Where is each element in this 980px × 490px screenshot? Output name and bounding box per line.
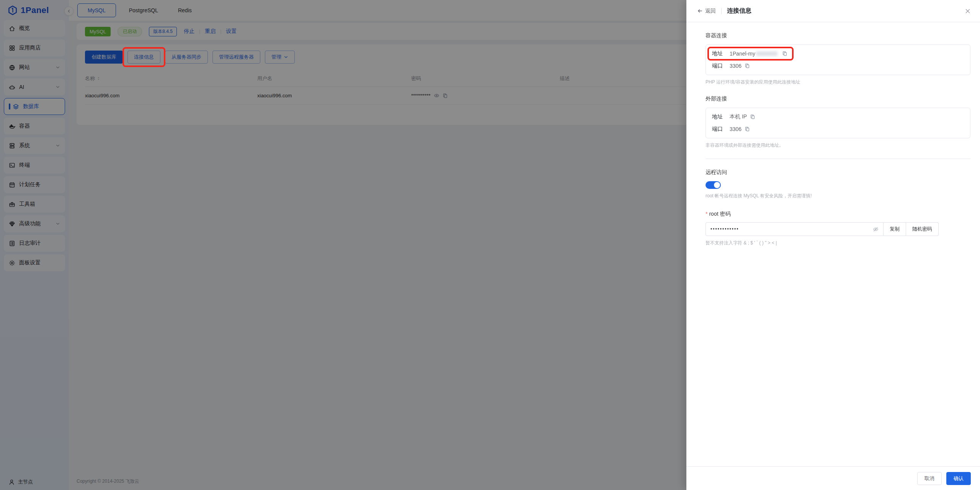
drawer-header: 返回 连接信息 <box>686 0 980 22</box>
drawer-title: 连接信息 <box>727 7 751 15</box>
redacted-address-blur <box>756 51 777 56</box>
address-label: 地址 <box>712 113 723 120</box>
external-address-value: 本机 IP <box>730 113 747 120</box>
drawer-body: 容器连接 地址 1Panel-my 端口 3306 <box>686 22 980 246</box>
remote-access-hint: root 帐号远程连接 MySQL 有安全风险，开启需谨慎! <box>706 193 970 199</box>
container-connection-title: 容器连接 <box>706 32 970 39</box>
address-label: 地址 <box>712 50 723 57</box>
external-connection-title: 外部连接 <box>706 95 970 102</box>
header-divider <box>721 8 722 14</box>
root-password-group: 复制 随机密码 <box>706 222 939 236</box>
required-asterisk: * <box>706 211 707 217</box>
back-button[interactable]: 返回 <box>697 8 716 15</box>
external-connection-hint: 非容器环境或外部连接需使用此地址。 <box>706 142 970 149</box>
port-label: 端口 <box>712 62 723 69</box>
eye-off-icon[interactable] <box>873 226 879 232</box>
root-password-text: root 密码 <box>709 211 730 217</box>
cancel-button[interactable]: 取消 <box>917 472 942 485</box>
password-hint: 暂不支持注入字符 & ; $ ' ` ( ) " > < | <box>706 240 970 246</box>
section-divider <box>706 159 970 159</box>
annotation-box-address: 地址 1Panel-my <box>712 50 787 57</box>
copy-icon[interactable] <box>745 126 750 132</box>
root-password-label: *root 密码 <box>706 211 970 218</box>
container-connection-hint: PHP 运行环境/容器安装的应用使用此连接地址 <box>706 79 970 85</box>
external-connection-card: 地址 本机 IP 端口 3306 <box>706 108 970 138</box>
copy-icon[interactable] <box>745 63 750 69</box>
random-password-button[interactable]: 随机密码 <box>906 222 939 236</box>
container-port-value: 3306 <box>730 63 742 69</box>
remote-access-toggle[interactable] <box>706 181 721 189</box>
external-port-row: 端口 3306 <box>712 126 750 133</box>
port-label: 端口 <box>712 126 723 133</box>
remote-access-section: 远程访问 root 帐号远程连接 MySQL 有安全风险，开启需谨慎! <box>706 169 970 199</box>
toggle-knob <box>714 182 720 188</box>
container-address-row: 地址 1Panel-my <box>712 50 787 57</box>
container-connection-section: 容器连接 地址 1Panel-my 端口 3306 <box>706 32 970 85</box>
copy-password-button[interactable]: 复制 <box>884 222 906 236</box>
container-connection-card: 地址 1Panel-my 端口 3306 <box>706 44 970 75</box>
external-port-value: 3306 <box>730 126 742 132</box>
close-icon[interactable] <box>965 8 971 14</box>
drawer-footer: 取消 确认 <box>686 466 980 490</box>
connection-info-drawer: 返回 连接信息 容器连接 地址 1Panel-my <box>686 0 980 490</box>
copy-icon[interactable] <box>750 114 755 120</box>
remote-access-title: 远程访问 <box>706 169 970 176</box>
container-port-row: 端口 3306 <box>712 62 750 69</box>
copy-icon[interactable] <box>782 51 787 56</box>
root-password-input-wrap <box>706 222 884 236</box>
root-password-section: *root 密码 复制 随机密码 暂不支持注入字符 & ; $ ' ` ( ) … <box>706 211 970 246</box>
confirm-button[interactable]: 确认 <box>946 472 971 485</box>
external-connection-section: 外部连接 地址 本机 IP 端口 3306 非容器环 <box>706 95 970 149</box>
arrow-left-icon <box>697 8 703 14</box>
external-address-row: 地址 本机 IP <box>712 113 755 120</box>
container-address-value: 1Panel-my <box>730 51 755 57</box>
root-password-input[interactable] <box>710 226 873 232</box>
back-label: 返回 <box>705 8 716 15</box>
